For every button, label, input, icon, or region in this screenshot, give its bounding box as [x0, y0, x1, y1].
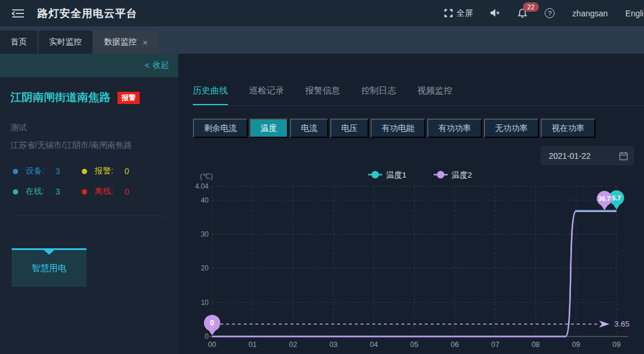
stat-label: 离线:: [95, 186, 113, 197]
chart-x-label: 02: [289, 341, 297, 349]
stat-label: 设备:: [26, 166, 44, 176]
fullscreen-label: 全屏: [456, 8, 473, 19]
tab-realtime-label: 实时监控: [49, 37, 82, 47]
sidebar-divider: [12, 216, 167, 216]
username[interactable]: zhangsan: [572, 9, 608, 18]
tab-control-log[interactable]: 控制日志: [361, 85, 396, 105]
metric-button-reactive-power[interactable]: 无功功率: [484, 119, 539, 138]
calendar-icon: [619, 151, 628, 161]
tab-data-monitor[interactable]: 数据监控 ×: [94, 30, 158, 54]
metric-button-apparent-power[interactable]: 视在功率: [541, 119, 595, 138]
chart-y-label: 40: [201, 196, 209, 204]
chart-y-label: 10: [201, 299, 209, 307]
stat-label: 在线:: [26, 186, 44, 197]
metric-button-active-power[interactable]: 有功功率: [427, 119, 482, 138]
date-value: 2021-01-22: [549, 151, 591, 161]
chart-x-label: 06: [451, 341, 459, 349]
app-title: 路灯安全用电云平台: [37, 6, 137, 20]
stat-label: 报警:: [95, 166, 113, 176]
smart-electricity-card[interactable]: 智慧用电: [12, 248, 86, 287]
detail-tabs: 历史曲线 巡检记录 报警信息 控制日志 视频监控: [193, 85, 644, 106]
notifications-button[interactable]: 22: [518, 8, 527, 18]
collapse-label: 收起: [153, 60, 169, 71]
chart-unit-label: (℃): [200, 172, 213, 181]
average-label: 3.65: [614, 320, 629, 328]
chart-x-label: 01: [248, 341, 257, 349]
station-stats: 设备:3 报警:0 在线:3 离线:0: [13, 166, 178, 197]
chart-y-label: 20: [201, 264, 209, 272]
page-tabbar: 首页 实时监控 数据监控 ×: [0, 26, 644, 54]
stat-value: 0: [124, 166, 129, 176]
temperature-chart: 4.0440302010000010203040506070809093.650…: [193, 169, 644, 354]
collapse-panel-button[interactable]: < 收起: [0, 54, 178, 77]
chart-y-label: 30: [201, 230, 209, 238]
tab-home[interactable]: 首页: [0, 30, 37, 54]
metric-button-residual-current[interactable]: 剩余电流: [193, 119, 248, 138]
station-address: 江苏省/无锡市/江阴市/南闸南焦路: [11, 140, 178, 151]
fullscreen-button[interactable]: 全屏: [444, 8, 473, 19]
stat-value: 3: [56, 187, 60, 196]
stat-dot: [82, 169, 87, 174]
chevron-left-icon: <: [145, 61, 150, 70]
svg-text:温度1: 温度1: [386, 171, 407, 179]
speaker-muted-icon: [490, 9, 500, 18]
tab-data-label: 数据监控: [104, 37, 137, 47]
mute-button[interactable]: [490, 9, 500, 18]
help-icon: ?: [545, 8, 555, 18]
tab-history-curve[interactable]: 历史曲线: [193, 85, 228, 105]
chart-x-label: 00: [208, 341, 216, 349]
station-subtitle: 测试: [11, 123, 178, 133]
marker-pin: 36.7: [597, 191, 612, 210]
stat-value: 3: [56, 166, 60, 176]
tab-realtime-monitor[interactable]: 实时监控: [39, 30, 92, 54]
stat-offline: 离线:0: [82, 186, 178, 197]
date-picker[interactable]: 2021-01-22: [541, 146, 634, 165]
tab-alarm-info[interactable]: 报警信息: [305, 85, 340, 105]
tab-inspection-records[interactable]: 巡检记录: [249, 85, 284, 105]
chart-y-label: 4.04: [195, 182, 209, 190]
metric-button-voltage[interactable]: 电压: [330, 119, 369, 138]
card-label: 智慧用电: [32, 263, 67, 274]
svg-text:5.7: 5.7: [612, 195, 621, 202]
chart-x-label: 08: [532, 341, 540, 349]
card-pointer-icon: [44, 250, 54, 255]
average-arrow-icon: [599, 321, 610, 328]
alarm-badge: 报警: [117, 92, 140, 104]
collapse-menu-icon[interactable]: [12, 9, 25, 18]
stat-value: 0: [124, 187, 129, 196]
stat-dot: [13, 169, 18, 174]
legend-item[interactable]: 温度2: [434, 171, 472, 179]
fullscreen-icon: [444, 9, 453, 18]
tab-video-monitor[interactable]: 视频监控: [417, 85, 452, 105]
chart-x-label: 05: [410, 341, 418, 349]
svg-text:36.7: 36.7: [598, 195, 611, 202]
legend-item[interactable]: 温度1: [368, 171, 407, 179]
stat-dot: [13, 189, 18, 195]
metric-buttons: 剩余电流 温度 电流 电压 有功电能 有功功率 无功功率 视在功率: [193, 119, 644, 138]
help-button[interactable]: ?: [545, 8, 555, 18]
svg-text:0: 0: [210, 319, 214, 327]
station-name: 江阴南闸街道南焦路: [11, 90, 110, 105]
chart-x-label: 09: [572, 341, 580, 349]
metric-button-active-energy[interactable]: 有功电能: [371, 119, 425, 138]
chart-x-label: 04: [370, 341, 378, 349]
stat-devices: 设备:3: [13, 166, 82, 176]
close-tab-icon[interactable]: ×: [143, 37, 148, 47]
chart-x-label: 03: [330, 341, 338, 349]
stat-dot: [82, 189, 87, 195]
chart-y-label: 0: [205, 332, 209, 341]
tab-home-label: 首页: [11, 37, 27, 47]
stat-online: 在线:3: [13, 186, 82, 197]
station-sidebar: < 收起 江阴南闸街道南焦路 报警 测试 江苏省/无锡市/江阴市/南闸南焦路 设…: [0, 54, 178, 354]
chart-x-label: 07: [491, 341, 499, 349]
notification-badge: 22: [523, 2, 538, 12]
chart-x-label: 09: [612, 341, 621, 349]
language-switch[interactable]: English: [625, 9, 644, 18]
stat-alarms: 报警:0: [82, 166, 178, 176]
main-panel: 历史曲线 巡检记录 报警信息 控制日志 视频监控 剩余电流 温度 电流 电压 有…: [178, 54, 644, 354]
metric-button-temperature[interactable]: 温度: [250, 119, 288, 138]
metric-button-current[interactable]: 电流: [290, 119, 328, 138]
svg-text:温度2: 温度2: [452, 171, 472, 179]
app-header: 路灯安全用电云平台 全屏 22 ?: [0, 0, 644, 26]
